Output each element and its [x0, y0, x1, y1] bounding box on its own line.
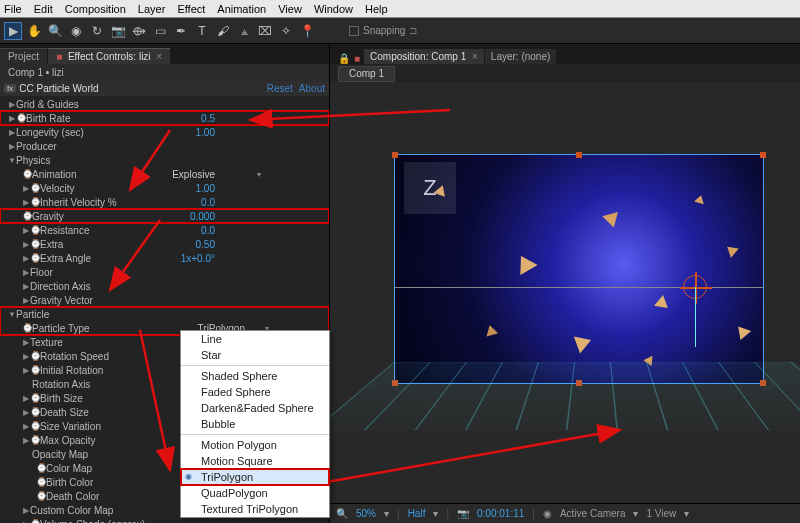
prop-producer[interactable]: Producer — [16, 141, 57, 152]
particle-icon — [723, 242, 738, 258]
tab-composition[interactable]: Composition: Comp 1 × — [364, 49, 484, 64]
prop-death-color[interactable]: Death Color — [46, 491, 99, 502]
prop-grav-vec[interactable]: Gravity Vector — [30, 295, 93, 306]
menu-file[interactable]: File — [4, 3, 22, 15]
resize-handle[interactable] — [760, 380, 766, 386]
prop-birth-size[interactable]: Birth Size — [40, 393, 83, 404]
prop-custom-color[interactable]: Custom Color Map — [30, 505, 113, 516]
rotate-tool-icon[interactable]: ↻ — [88, 22, 106, 40]
option-line[interactable]: Line — [181, 331, 329, 347]
clone-tool-icon[interactable]: ⟁ — [235, 22, 253, 40]
orbit-tool-icon[interactable]: ◉ — [67, 22, 85, 40]
prop-birth-rate-value[interactable]: 0.5 — [201, 113, 325, 124]
option-motion-polygon[interactable]: Motion Polygon — [181, 437, 329, 453]
pan-behind-tool-icon[interactable]: ⟴ — [130, 22, 148, 40]
prop-inherit-vel-value[interactable]: 0.0 — [201, 197, 325, 208]
option-darken-faded-sphere[interactable]: Darken&Faded Sphere — [181, 400, 329, 416]
prop-physics[interactable]: Physics — [16, 155, 50, 166]
selection-tool-icon[interactable]: ▶ — [4, 22, 22, 40]
prop-volume-shade[interactable]: Volume Shade (approx) — [40, 519, 145, 524]
prop-rot-axis[interactable]: Rotation Axis — [32, 379, 90, 390]
prop-death-size[interactable]: Death Size — [40, 407, 89, 418]
prop-size-var[interactable]: Size Variation — [40, 421, 101, 432]
option-shaded-sphere[interactable]: Shaded Sphere — [181, 368, 329, 384]
prop-resistance-value[interactable]: 0.0 — [201, 225, 325, 236]
prop-extra-angle-value[interactable]: 1x+0.0° — [181, 253, 325, 264]
snapshot-icon[interactable]: ◉ — [543, 508, 552, 519]
fx-badge-icon[interactable]: fx — [4, 84, 16, 93]
menu-effect[interactable]: Effect — [177, 3, 205, 15]
resolution-dropdown[interactable]: Half — [408, 508, 426, 519]
prop-color-map[interactable]: Color Map — [46, 463, 92, 474]
close-tab-icon[interactable]: × — [156, 51, 162, 62]
timecode[interactable]: 0:00:01:11 — [477, 508, 524, 519]
prop-opacity-map[interactable]: Opacity Map — [32, 449, 88, 460]
close-icon[interactable]: × — [472, 51, 478, 62]
eraser-tool-icon[interactable]: ⌧ — [256, 22, 274, 40]
brush-tool-icon[interactable]: 🖌 — [214, 22, 232, 40]
prop-birth-rate-row[interactable]: ▶⌚ Birth Rate 0.5 — [0, 111, 329, 125]
prop-gravity-row[interactable]: ⌚ Gravity 0.000 — [0, 209, 329, 223]
about-link[interactable]: About — [299, 83, 325, 94]
prop-extra-label: Extra — [40, 239, 63, 250]
tab-effect-controls[interactable]: ■ Effect Controls: lizi × — [48, 48, 170, 64]
roto-tool-icon[interactable]: ✧ — [277, 22, 295, 40]
particle-type-dropdown[interactable]: Line Star Shaded Sphere Faded Sphere Dar… — [180, 330, 330, 518]
option-motion-square[interactable]: Motion Square — [181, 453, 329, 469]
menu-layer[interactable]: Layer — [138, 3, 166, 15]
prop-longevity-value[interactable]: 1.00 — [196, 127, 325, 138]
lock-icon[interactable]: 🔒 — [338, 53, 350, 64]
menu-composition[interactable]: Composition — [65, 3, 126, 15]
prop-init-rot[interactable]: Initial Rotation — [40, 365, 103, 376]
puppet-tool-icon[interactable]: 📍 — [298, 22, 316, 40]
menu-animation[interactable]: Animation — [217, 3, 266, 15]
zoom-dropdown[interactable]: 50% — [356, 508, 376, 519]
camera-tool-icon[interactable]: 📷 — [109, 22, 127, 40]
menu-help[interactable]: Help — [365, 3, 388, 15]
menu-window[interactable]: Window — [314, 3, 353, 15]
prop-animation-value[interactable]: Explosive — [172, 169, 325, 180]
text-tool-icon[interactable]: T — [193, 22, 211, 40]
option-bubble[interactable]: Bubble — [181, 416, 329, 432]
prop-particle[interactable]: Particle — [16, 309, 49, 320]
prop-birth-color[interactable]: Birth Color — [46, 477, 93, 488]
prop-grid-guides[interactable]: Grid & Guides — [16, 99, 79, 110]
zoom-tool-icon[interactable]: 🔍 — [46, 22, 64, 40]
resize-handle[interactable] — [576, 152, 582, 158]
snapping-toggle[interactable]: Snapping ⊐ — [349, 25, 417, 36]
prop-dir-axis[interactable]: Direction Axis — [30, 281, 91, 292]
shape-tool-icon[interactable]: ▭ — [151, 22, 169, 40]
option-tripolygon[interactable]: TriPolygon — [181, 469, 329, 485]
prop-max-opacity[interactable]: Max Opacity — [40, 435, 96, 446]
tab-layer[interactable]: Layer: (none) — [485, 49, 556, 64]
prop-extra-value[interactable]: 0.50 — [196, 239, 325, 250]
prop-longevity-label[interactable]: Longevity (sec) — [16, 127, 84, 138]
active-camera-dropdown[interactable]: Active Camera — [560, 508, 626, 519]
breadcrumb: Comp 1 • lizi — [0, 64, 329, 81]
prop-floor[interactable]: Floor — [30, 267, 53, 278]
menu-bar: File Edit Composition Layer Effect Anima… — [0, 0, 800, 18]
prop-velocity-value[interactable]: 1.00 — [196, 183, 325, 194]
viewport[interactable]: Z — [330, 82, 800, 503]
menu-view[interactable]: View — [278, 3, 302, 15]
resize-handle[interactable] — [392, 152, 398, 158]
tab-project[interactable]: Project — [0, 48, 47, 64]
hand-tool-icon[interactable]: ✋ — [25, 22, 43, 40]
effect-header[interactable]: fx CC Particle World Reset About — [0, 81, 329, 96]
comp-subtab[interactable]: Comp 1 — [338, 66, 395, 82]
option-textured-tripolygon[interactable]: Textured TriPolygon — [181, 501, 329, 517]
pen-tool-icon[interactable]: ✒ — [172, 22, 190, 40]
dropdown-icon[interactable]: ▾ — [257, 170, 261, 179]
option-quadpolygon[interactable]: QuadPolygon — [181, 485, 329, 501]
option-faded-sphere[interactable]: Faded Sphere — [181, 384, 329, 400]
snapping-checkbox-icon[interactable] — [349, 26, 359, 36]
magnify-icon[interactable]: 🔍 — [336, 508, 348, 519]
prop-rot-speed[interactable]: Rotation Speed — [40, 351, 109, 362]
option-star[interactable]: Star — [181, 347, 329, 363]
resize-handle[interactable] — [760, 152, 766, 158]
reset-link[interactable]: Reset — [267, 83, 293, 94]
menu-edit[interactable]: Edit — [34, 3, 53, 15]
prop-gravity-value[interactable]: 0.000 — [190, 211, 325, 222]
prop-texture[interactable]: Texture — [30, 337, 63, 348]
views-dropdown[interactable]: 1 View — [646, 508, 676, 519]
